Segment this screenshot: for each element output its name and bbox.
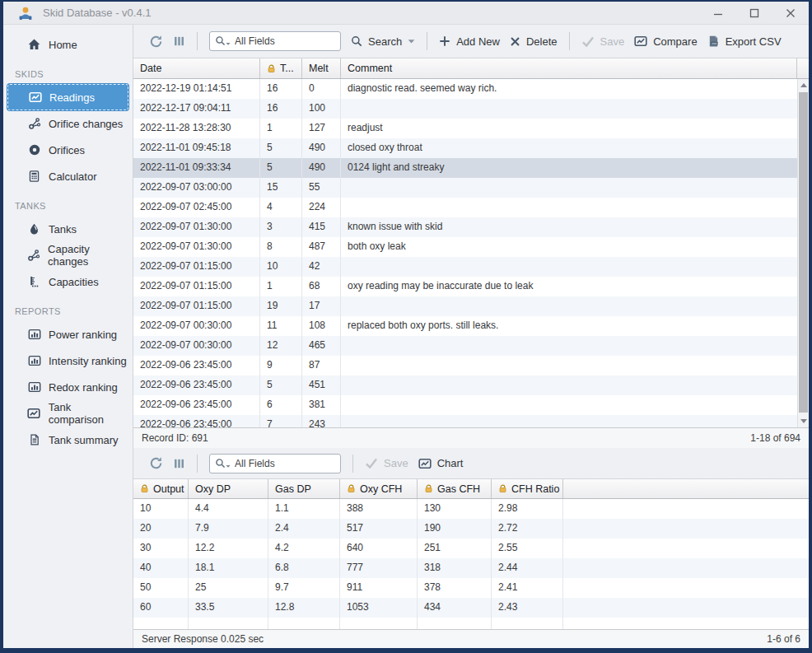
table-cell[interactable]: 25 <box>189 578 268 598</box>
table-cell[interactable]: 68 <box>302 277 341 296</box>
table-row[interactable]: 2022-09-06 23:45:005451 <box>133 375 797 395</box>
table-cell[interactable]: 18.1 <box>189 558 268 578</box>
table-cell[interactable] <box>341 178 797 198</box>
table-cell[interactable]: 640 <box>340 539 418 558</box>
add-new-button[interactable]: Add New <box>434 32 505 51</box>
table-cell[interactable] <box>341 296 797 316</box>
table-cell[interactable]: 8 <box>260 237 302 257</box>
table-cell[interactable]: 12 <box>260 336 302 356</box>
table-cell[interactable]: 2022-09-06 23:45:00 <box>133 415 260 427</box>
sidebar-item-tank-summary[interactable]: Tank summary <box>7 427 128 453</box>
sidebar-item-orifice-changes[interactable]: Orifice changes <box>7 110 128 137</box>
table-cell[interactable]: closed oxy throat <box>341 138 797 158</box>
table-cell[interactable]: 1053 <box>340 598 418 618</box>
table-cell[interactable]: 50 <box>133 578 189 598</box>
table-cell[interactable]: 4.2 <box>268 539 340 558</box>
columns-button[interactable] <box>168 31 190 51</box>
column-header-comment[interactable]: Comment <box>341 58 797 78</box>
table-cell[interactable]: 2022-09-07 02:45:00 <box>133 198 260 217</box>
table-cell[interactable] <box>341 375 797 395</box>
column-header-melt[interactable]: Melt <box>302 58 341 78</box>
table-cell[interactable]: oxy reading may be inaccurate due to lea… <box>341 277 797 296</box>
column-header-gas-cfh[interactable]: Gas CFH <box>418 479 492 498</box>
table-cell[interactable]: 7 <box>260 415 302 427</box>
table-cell[interactable]: 16 <box>260 79 302 99</box>
table-cell[interactable]: 2022-09-06 23:45:00 <box>133 356 260 375</box>
chart-button[interactable]: Chart <box>413 454 469 473</box>
table-cell[interactable]: 2022-09-07 01:15:00 <box>133 296 260 316</box>
table-cell[interactable] <box>341 356 797 375</box>
sidebar-item-capacity-changes[interactable]: Capacity changes <box>7 242 128 268</box>
sidebar-item-tank-comparison[interactable]: Tank comparison <box>7 400 128 427</box>
scroll-up-arrow-icon[interactable] <box>798 79 809 91</box>
column-header-date[interactable]: Date <box>133 58 260 78</box>
delete-button[interactable]: Delete <box>505 32 562 51</box>
table-cell[interactable]: 12.8 <box>268 598 340 618</box>
table-cell[interactable]: 60 <box>133 598 189 618</box>
table-cell[interactable]: 130 <box>418 499 492 519</box>
table-row[interactable]: 3012.24.26402512.55 <box>133 539 809 558</box>
table-row[interactable]: 2022-09-07 00:30:0011108replaced both ox… <box>133 316 797 336</box>
table-cell[interactable]: 2022-09-06 23:45:00 <box>133 395 260 415</box>
table-cell[interactable]: 7.9 <box>189 519 268 539</box>
sidebar-item-tanks[interactable]: Tanks <box>7 216 128 242</box>
table-cell[interactable]: 2022-11-28 13:28:30 <box>133 119 260 138</box>
table-row[interactable]: 2022-09-07 01:30:008487both oxy leak <box>133 237 797 257</box>
table-row[interactable]: 2022-09-07 01:30:003415known issue with … <box>133 217 797 237</box>
table-cell[interactable]: 4 <box>260 198 302 217</box>
table-cell[interactable] <box>341 198 797 217</box>
table-cell[interactable] <box>341 336 797 356</box>
table-row[interactable]: 2022-11-28 13:28:301127readjust <box>133 119 797 138</box>
export-csv-button[interactable]: csv Export CSV <box>702 31 786 51</box>
table-cell[interactable]: 381 <box>302 395 341 415</box>
table-cell[interactable]: 16 <box>260 99 302 119</box>
sidebar-item-orifices[interactable]: Orifices <box>7 137 128 163</box>
table-row[interactable]: 4018.16.87773182.44 <box>133 558 809 578</box>
table-cell[interactable]: 2022-09-07 00:30:00 <box>133 336 260 356</box>
table-cell[interactable] <box>341 99 797 119</box>
table-row[interactable]: 2022-09-06 23:45:006381 <box>133 395 797 415</box>
table-cell[interactable]: 2022-09-07 01:30:00 <box>133 217 260 237</box>
sidebar-item-calculator[interactable]: Calculator <box>7 163 128 189</box>
table-cell[interactable]: 20 <box>133 519 189 539</box>
search-button[interactable]: Search <box>346 32 420 51</box>
table-cell[interactable]: 378 <box>418 578 492 598</box>
table-cell[interactable]: 1.1 <box>268 499 340 519</box>
table-cell[interactable]: 127 <box>302 119 341 138</box>
table-cell[interactable]: 10 <box>133 499 189 519</box>
table-cell[interactable]: both oxy leak <box>341 237 797 257</box>
table-cell[interactable]: 2022-09-07 01:15:00 <box>133 257 260 277</box>
table-cell[interactable]: 487 <box>302 237 341 257</box>
table-cell[interactable]: 17 <box>302 296 341 316</box>
table-cell[interactable] <box>341 415 797 427</box>
table-row[interactable]: 2022-09-07 03:00:001555 <box>133 178 797 198</box>
table-cell[interactable]: 1 <box>260 277 302 296</box>
sidebar-item-capacities[interactable]: Capacities <box>7 268 128 295</box>
table-cell[interactable]: 87 <box>302 356 341 375</box>
table-cell[interactable]: 2022-12-19 01:14:51 <box>133 79 260 99</box>
column-header-cfh-ratio[interactable]: CFH Ratio <box>492 479 563 498</box>
table-row[interactable]: 2022-09-06 23:45:00987 <box>133 356 797 375</box>
column-header-output[interactable]: Output <box>133 479 189 498</box>
compare-button[interactable]: Compare <box>629 31 702 51</box>
table-row[interactable]: 2022-11-01 09:45:185490closed oxy throat <box>133 138 797 158</box>
table-cell[interactable]: 2022-09-07 03:00:00 <box>133 178 260 198</box>
table-row[interactable]: 50259.79113782.41 <box>133 578 809 598</box>
table-cell[interactable]: 55 <box>302 178 341 198</box>
table-cell[interactable]: 19 <box>260 296 302 316</box>
table-row[interactable]: 2022-09-07 01:15:001917 <box>133 296 797 316</box>
table-cell[interactable]: 40 <box>133 558 189 578</box>
table-cell[interactable]: 2022-11-01 09:33:34 <box>133 158 260 178</box>
table-row[interactable]: 6033.512.810534342.43 <box>133 598 809 618</box>
table-cell[interactable]: 415 <box>302 217 341 237</box>
column-header-oxy-dp[interactable]: Oxy DP <box>189 479 268 498</box>
table-cell[interactable]: 30 <box>133 539 189 558</box>
table-cell[interactable]: 33.5 <box>189 598 268 618</box>
table-cell[interactable]: 251 <box>418 539 492 558</box>
table-row[interactable]: 2022-09-07 01:15:00168oxy reading may be… <box>133 277 797 296</box>
table-cell[interactable]: 2022-09-06 23:45:00 <box>133 375 260 395</box>
table-cell[interactable]: 777 <box>340 558 418 578</box>
table-cell[interactable]: 2.55 <box>492 539 563 558</box>
table-row[interactable]: 2022-12-17 09:04:1116100 <box>133 99 797 119</box>
table-cell[interactable]: readjust <box>341 119 797 138</box>
